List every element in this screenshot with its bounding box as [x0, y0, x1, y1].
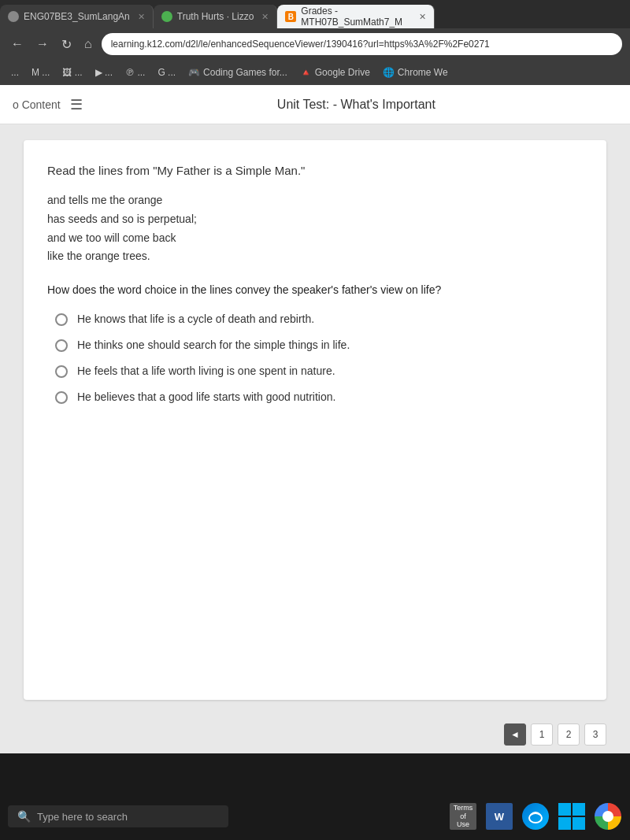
page-num-1: 1: [539, 729, 545, 740]
win-quad-1: [558, 803, 571, 816]
tab-label-grades: Grades - MTH07B_SumMath7_M: [301, 6, 411, 28]
bookmark-gdrive-icon: 🔺: [300, 67, 312, 78]
page-button-3[interactable]: 3: [584, 723, 606, 746]
bookmark-p-label: ℗ ...: [125, 67, 145, 78]
terms-text: TermsofUse: [454, 804, 473, 829]
page-header-title: Unit Test: - What's Important: [95, 98, 617, 112]
tab-label-lizzo: Truth Hurts · Lizzo: [177, 11, 254, 22]
tab-lizzo[interactable]: Truth Hurts · Lizzo ✕: [154, 5, 278, 28]
page-content: o Content ☰ Unit Test: - What's Importan…: [0, 85, 630, 753]
bookmark-coding-icon: 🎮: [188, 67, 200, 78]
question-prompt: Read the lines from "My Father is a Simp…: [47, 164, 583, 177]
answer-options: He knows that life is a cycle of death a…: [47, 313, 583, 404]
bookmark-gdrive[interactable]: 🔺 Google Drive: [295, 65, 375, 80]
poem-text: and tells me the orange has seeds and so…: [47, 194, 197, 262]
chrome-taskbar-icon: [595, 803, 621, 830]
tab-eng07[interactable]: ENG07BE3_SumLangAn ✕: [0, 5, 154, 28]
word-icon: W: [486, 803, 513, 830]
forward-button[interactable]: →: [33, 34, 52, 54]
tab-close-grades[interactable]: ✕: [419, 12, 426, 22]
page-button-2[interactable]: 2: [558, 723, 580, 746]
poem-block: and tells me the orange has seeds and so…: [47, 191, 583, 266]
edge-icon: [522, 803, 549, 830]
terms-label: TermsofUse: [450, 803, 476, 830]
radio-d[interactable]: [55, 391, 68, 404]
windows-button[interactable]: [558, 802, 586, 831]
back-button[interactable]: ←: [8, 34, 27, 54]
answer-label-d: He believes that a good life starts with…: [77, 390, 335, 403]
page-header-left: o Content ☰: [13, 96, 83, 113]
radio-b[interactable]: [55, 339, 68, 352]
bookmark-chrome-label: Chrome We: [398, 67, 448, 78]
tab-icon-lizzo: [161, 11, 172, 22]
radio-c[interactable]: [55, 365, 68, 378]
pagination-bar: ◄ 1 2 3: [0, 716, 630, 753]
tab-label-eng07: ENG07BE3_SumLangAn: [24, 11, 130, 22]
bookmark-img[interactable]: 🖼 ...: [57, 65, 87, 80]
prev-page-button[interactable]: ◄: [504, 723, 526, 746]
bookmark-g-label: G ...: [158, 67, 176, 78]
bookmarks-bar: ... M ... 🖼 ... ▶ ... ℗ ... G ... 🎮 Codi…: [0, 60, 630, 85]
answer-label-b: He thinks one should search for the simp…: [77, 339, 350, 351]
chrome-inner-circle: [602, 811, 613, 822]
bookmark-g[interactable]: G ...: [153, 65, 180, 80]
page-num-2: 2: [566, 729, 572, 740]
taskbar-search-label: Type here to search: [37, 811, 128, 823]
content-card: Read the lines from "My Father is a Simp…: [24, 140, 606, 700]
nav-content-label: o Content: [13, 98, 61, 111]
bookmark-apps-label: ...: [11, 67, 19, 78]
bookmark-chrome[interactable]: 🌐 Chrome We: [378, 65, 453, 80]
answer-label-a: He knows that life is a cycle of death a…: [77, 313, 314, 325]
prev-icon: ◄: [510, 729, 520, 740]
answer-option-b[interactable]: He thinks one should search for the simp…: [55, 339, 583, 352]
answer-option-a[interactable]: He knows that life is a cycle of death a…: [55, 313, 583, 326]
win-quad-3: [558, 817, 571, 830]
chrome-taskbar-button[interactable]: [594, 802, 622, 831]
reload-button[interactable]: ↻: [58, 34, 75, 55]
tab-close-eng07[interactable]: ✕: [138, 12, 145, 22]
word-button[interactable]: W: [485, 802, 513, 831]
bookmark-coding-label: Coding Games for...: [203, 67, 287, 78]
bookmark-coding[interactable]: 🎮 Coding Games for...: [183, 65, 292, 80]
browser-chrome: ENG07BE3_SumLangAn ✕ Truth Hurts · Lizzo…: [0, 0, 630, 85]
address-input[interactable]: [102, 33, 622, 55]
tab-icon-grades: B: [285, 11, 296, 22]
bookmark-img-label: 🖼 ...: [62, 67, 82, 78]
taskbar-search[interactable]: 🔍 Type here to search: [8, 805, 228, 827]
bookmark-chrome-icon: 🌐: [383, 67, 395, 78]
radio-a[interactable]: [55, 313, 68, 326]
home-button[interactable]: ⌂: [81, 34, 95, 54]
bookmark-yt[interactable]: ▶ ...: [91, 65, 117, 80]
tab-grades[interactable]: B Grades - MTH07B_SumMath7_M ✕: [277, 5, 435, 28]
taskbar-icons: TermsofUse W: [449, 802, 622, 831]
bookmark-apps[interactable]: ...: [6, 65, 24, 80]
tab-bar: ENG07BE3_SumLangAn ✕ Truth Hurts · Lizzo…: [0, 0, 630, 28]
edge-button[interactable]: [521, 802, 550, 831]
question-text: How does the word choice in the lines co…: [47, 282, 583, 298]
windows-icon: [558, 803, 585, 830]
answer-option-c[interactable]: He feels that a life worth living is one…: [55, 364, 583, 378]
terms-button[interactable]: TermsofUse: [449, 802, 477, 831]
address-bar: ← → ↻ ⌂: [0, 28, 630, 60]
hamburger-menu[interactable]: ☰: [70, 96, 83, 113]
win-quad-4: [573, 817, 585, 830]
bookmark-m-label: M ...: [32, 67, 50, 78]
page-button-1[interactable]: 1: [531, 723, 553, 746]
page-num-3: 3: [593, 729, 598, 740]
taskbar: 🔍 Type here to search TermsofUse W: [0, 793, 630, 840]
answer-label-c: He feels that a life worth living is one…: [77, 364, 335, 377]
bookmark-m[interactable]: M ...: [27, 65, 54, 80]
tab-close-lizzo[interactable]: ✕: [261, 12, 269, 22]
search-icon: 🔍: [17, 810, 31, 823]
bookmark-p[interactable]: ℗ ...: [120, 65, 150, 80]
bookmark-yt-label: ▶ ...: [95, 67, 113, 78]
win-quad-2: [573, 803, 585, 816]
page-header: o Content ☰ Unit Test: - What's Importan…: [0, 85, 630, 124]
tab-icon-eng07: [8, 11, 19, 22]
bookmark-gdrive-label: Google Drive: [315, 67, 370, 78]
word-label: W: [495, 811, 504, 823]
answer-option-d[interactable]: He believes that a good life starts with…: [55, 390, 583, 404]
